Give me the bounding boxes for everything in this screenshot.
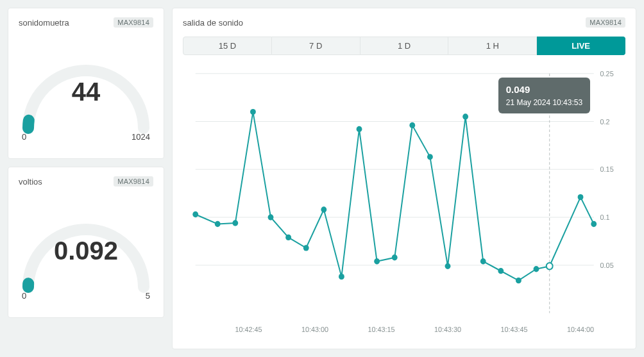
svg-point-26 — [374, 258, 380, 264]
svg-point-25 — [357, 126, 362, 132]
svg-point-29 — [427, 154, 433, 160]
svg-text:10:42:45: 10:42:45 — [235, 325, 262, 333]
svg-point-31 — [462, 113, 468, 119]
svg-point-38 — [591, 221, 597, 227]
svg-text:10:44:00: 10:44:00 — [567, 325, 594, 333]
svg-point-24 — [339, 274, 344, 279]
svg-point-23 — [321, 206, 326, 212]
gauge-max: 5 — [146, 291, 150, 301]
svg-text:0.1: 0.1 — [600, 213, 610, 221]
svg-point-20 — [268, 214, 274, 220]
svg-point-27 — [392, 254, 398, 260]
svg-text:0.25: 0.25 — [600, 70, 614, 78]
svg-point-16 — [192, 212, 198, 217]
svg-text:0.05: 0.05 — [600, 262, 614, 269]
chart-title: salida de sonido — [183, 18, 243, 28]
gauge-card-voltios: voltios MAX9814 0.092 0 5 — [8, 167, 164, 318]
svg-text:0.15: 0.15 — [600, 165, 614, 173]
chart-badge: MAX9814 — [586, 17, 625, 28]
range-tab-live[interactable]: LIVE — [537, 37, 625, 55]
svg-point-22 — [303, 245, 309, 251]
gauge-value: 44 — [19, 78, 153, 106]
chart-plot[interactable]: 0.050.10.150.20.2510:42:4510:43:0010:43:… — [183, 60, 625, 340]
range-tab-7d[interactable]: 7 D — [272, 37, 360, 55]
svg-text:10:43:30: 10:43:30 — [434, 325, 461, 333]
gauge-max: 1024 — [131, 132, 150, 142]
svg-point-32 — [480, 258, 486, 264]
gauge-badge: MAX9814 — [114, 17, 153, 28]
svg-point-19 — [250, 109, 256, 115]
svg-point-18 — [232, 220, 238, 226]
svg-point-28 — [409, 122, 415, 128]
range-tabs: 15 D7 D1 D1 HLIVE — [183, 37, 625, 55]
gauge-title: voltios — [19, 177, 42, 187]
svg-point-21 — [285, 235, 291, 240]
svg-text:10:43:45: 10:43:45 — [500, 325, 527, 333]
gauge-badge: MAX9814 — [114, 176, 153, 187]
svg-point-30 — [445, 263, 451, 269]
svg-point-17 — [215, 221, 221, 227]
gauge-min: 0 — [22, 291, 26, 301]
gauge-value: 0.092 — [19, 237, 153, 265]
svg-text:0.2: 0.2 — [600, 117, 610, 125]
chart-card: salida de sonido MAX9814 15 D7 D1 D1 HLI… — [172, 8, 636, 349]
svg-point-37 — [578, 194, 584, 200]
svg-point-35 — [534, 266, 539, 272]
svg-point-33 — [498, 268, 504, 274]
range-tab-1d[interactable]: 1 D — [360, 37, 449, 55]
range-tab-15d[interactable]: 15 D — [183, 37, 272, 55]
svg-text:10:43:00: 10:43:00 — [301, 325, 328, 333]
gauge-title: sonidomuetra — [19, 18, 69, 28]
svg-text:10:43:15: 10:43:15 — [368, 325, 394, 333]
gauge-card-sonidomuetra: sonidomuetra MAX9814 44 0 1024 — [8, 8, 164, 159]
svg-point-40 — [547, 263, 553, 269]
svg-point-34 — [516, 278, 521, 283]
range-tab-1h[interactable]: 1 H — [448, 37, 537, 55]
gauge-min: 0 — [22, 132, 26, 142]
